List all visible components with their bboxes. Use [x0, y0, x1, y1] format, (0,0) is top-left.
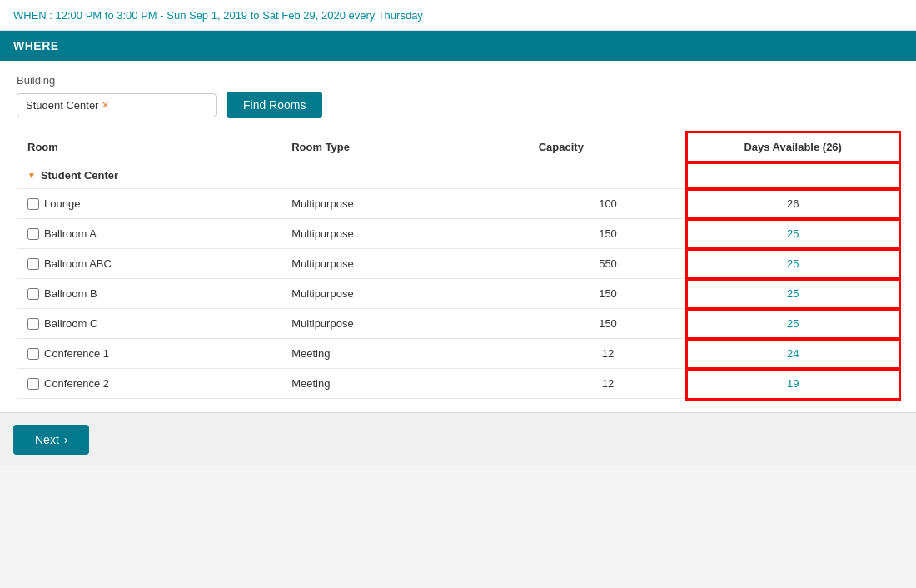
- table-row: Lounge Multipurpose 100 26: [17, 189, 899, 219]
- room-name-cell: Ballroom B: [17, 279, 282, 309]
- table-row: Ballroom C Multipurpose 150 25: [17, 309, 899, 339]
- group-days-cell: [687, 162, 899, 189]
- room-days-cell[interactable]: 25: [687, 249, 899, 279]
- room-days-cell[interactable]: 25: [687, 309, 899, 339]
- room-checkbox[interactable]: [27, 378, 39, 390]
- building-input[interactable]: Student Center ×: [17, 93, 217, 117]
- room-capacity-cell: 100: [529, 189, 688, 219]
- room-capacity-cell: 550: [529, 249, 688, 279]
- room-capacity-cell: 12: [529, 339, 688, 369]
- room-name: Conference 1: [44, 347, 109, 360]
- table-row: Conference 2 Meeting 12 19: [17, 369, 899, 399]
- room-days-cell[interactable]: 24: [687, 339, 899, 369]
- bottom-bar: Next ›: [0, 412, 916, 466]
- room-name: Ballroom C: [44, 317, 97, 330]
- table-row: Conference 1 Meeting 12 24: [17, 339, 899, 369]
- table-row: Ballroom B Multipurpose 150 25: [17, 279, 899, 309]
- building-label: Building: [17, 74, 899, 87]
- room-name-cell: Ballroom A: [17, 219, 282, 249]
- room-capacity-cell: 150: [529, 279, 688, 309]
- group-name: Student Center: [41, 169, 118, 182]
- room-type-cell: Multipurpose: [281, 249, 529, 279]
- next-button[interactable]: Next ›: [13, 425, 89, 455]
- table-row: Ballroom A Multipurpose 150 25: [17, 219, 899, 249]
- rooms-table: Room Room Type Capacity Days Available (…: [17, 132, 899, 399]
- building-tag-value: Student Center: [26, 99, 98, 112]
- room-name-cell: Ballroom ABC: [17, 249, 282, 279]
- room-name: Ballroom B: [44, 287, 97, 300]
- room-name: Lounge: [44, 197, 80, 210]
- building-row: Student Center × Find Rooms: [17, 92, 899, 118]
- room-type-cell: Meeting: [281, 339, 529, 369]
- room-checkbox[interactable]: [27, 228, 39, 240]
- when-text: WHEN : 12:00 PM to 3:00 PM - Sun Sep 1, …: [13, 9, 423, 22]
- col-header-room-type: Room Type: [281, 132, 529, 162]
- room-checkbox[interactable]: [27, 288, 39, 300]
- room-days-cell[interactable]: 25: [687, 219, 899, 249]
- room-checkbox[interactable]: [27, 198, 39, 210]
- section-header: WHERE: [0, 31, 916, 61]
- group-label: ▼ Student Center: [27, 169, 677, 182]
- room-name: Ballroom ABC: [44, 257, 112, 270]
- room-checkbox[interactable]: [27, 318, 39, 330]
- find-rooms-button[interactable]: Find Rooms: [227, 92, 322, 118]
- room-type-cell: Multipurpose: [281, 189, 529, 219]
- content-area: Building Student Center × Find Rooms Roo…: [0, 61, 916, 412]
- room-checkbox[interactable]: [27, 348, 39, 360]
- room-capacity-cell: 150: [529, 219, 688, 249]
- room-name-cell: Conference 1: [17, 339, 282, 369]
- room-type-cell: Multipurpose: [281, 309, 529, 339]
- room-days-cell[interactable]: 19: [687, 369, 899, 399]
- room-name-cell: Lounge: [17, 189, 282, 219]
- room-name: Conference 2: [44, 377, 109, 390]
- room-name: Ballroom A: [44, 227, 97, 240]
- room-checkbox[interactable]: [27, 258, 39, 270]
- room-type-cell: Multipurpose: [281, 219, 529, 249]
- table-row: Ballroom ABC Multipurpose 550 25: [17, 249, 899, 279]
- room-capacity-cell: 150: [529, 309, 688, 339]
- group-row: ▼ Student Center: [17, 162, 899, 189]
- section-header-label: WHERE: [13, 39, 59, 52]
- room-days-cell: 26: [687, 189, 899, 219]
- room-name-cell: Conference 2: [17, 369, 282, 399]
- top-bar: WHEN : 12:00 PM to 3:00 PM - Sun Sep 1, …: [0, 0, 916, 31]
- col-header-room: Room: [17, 132, 282, 162]
- building-tag: Student Center ×: [26, 99, 109, 112]
- building-tag-remove[interactable]: ×: [102, 99, 108, 111]
- group-arrow-icon: ▼: [27, 171, 36, 180]
- room-name-cell: Ballroom C: [17, 309, 282, 339]
- room-type-cell: Meeting: [281, 369, 529, 399]
- room-type-cell: Multipurpose: [281, 279, 529, 309]
- col-header-capacity: Capacity: [529, 132, 688, 162]
- room-capacity-cell: 12: [529, 369, 688, 399]
- next-arrow-icon: ›: [64, 433, 68, 446]
- next-button-label: Next: [35, 433, 59, 446]
- room-days-cell[interactable]: 25: [687, 279, 899, 309]
- col-header-days-available: Days Available (26): [687, 132, 899, 162]
